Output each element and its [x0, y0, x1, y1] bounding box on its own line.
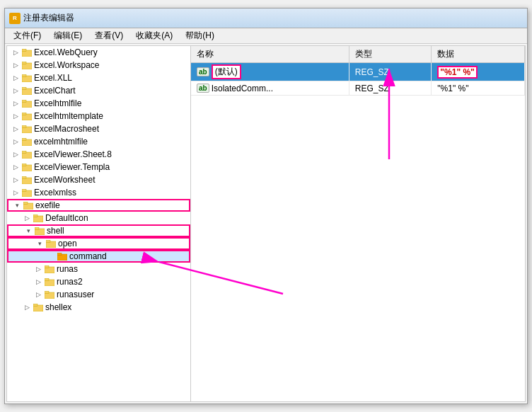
- menu-favorites[interactable]: 收藏夹(A): [130, 28, 178, 43]
- tree-item-shell[interactable]: ▾ shell: [7, 224, 190, 237]
- expand-icon[interactable]: ▷: [10, 110, 21, 122]
- column-header-type: 类型: [349, 46, 432, 63]
- registry-values-table: 名称 类型 数据 ab (默认) REG_SZ: [191, 46, 525, 96]
- folder-icon: [23, 200, 34, 210]
- tree-item-chart[interactable]: ▷ ExcelChart: [7, 84, 190, 97]
- reg-ab-badge: ab: [197, 84, 209, 93]
- tree-item-viewertempla[interactable]: ▷ ExcelViewer.Templa: [7, 161, 190, 173]
- window-title: 注册表编辑器: [23, 12, 74, 24]
- tree-item-htmltemplate[interactable]: ▷ Excelhtmltemplate: [7, 110, 190, 122]
- reg-name-cell: ab (默认): [191, 63, 349, 81]
- reg-type-cell: REG_SZ: [349, 63, 432, 81]
- column-header-data: 数据: [432, 46, 525, 63]
- tree-label: shellex: [45, 302, 71, 312]
- tree-label: Excel.Workspace: [34, 60, 99, 70]
- tree-item-xll[interactable]: ▷ Excel.XLL: [7, 71, 190, 84]
- folder-icon: [45, 239, 57, 248]
- reg-ab-badge: ab: [197, 67, 209, 76]
- tree-label: Excelxmlss: [34, 188, 76, 198]
- tree-item-command[interactable]: ▷ command: [7, 250, 190, 263]
- tree-label: Excelhtmltemplate: [34, 111, 103, 121]
- tree-item-xmlss[interactable]: ▷ Excelxmlss: [7, 186, 190, 199]
- expand-icon[interactable]: ▷: [10, 187, 21, 198]
- folder-icon: [21, 111, 33, 121]
- svg-rect-31: [46, 241, 50, 243]
- column-header-name: 名称: [191, 46, 349, 63]
- svg-rect-41: [33, 304, 37, 307]
- expand-icon[interactable]: ▷: [10, 72, 21, 84]
- expand-icon[interactable]: ▷: [33, 263, 44, 275]
- tree-item-viewersheet8[interactable]: ▷ ExcelViewer.Sheet.8: [7, 148, 190, 161]
- svg-rect-23: [22, 190, 26, 192]
- window-icon: R: [9, 13, 21, 24]
- expand-icon[interactable]: ▷: [10, 85, 21, 96]
- reg-data-cell: "%1" %": [432, 81, 525, 96]
- tree-label: open: [58, 239, 77, 248]
- expand-icon[interactable]: ▾: [23, 225, 34, 236]
- svg-rect-27: [33, 215, 37, 217]
- folder-icon: [57, 251, 68, 261]
- tree-label: ExcelViewer.Sheet.8: [34, 149, 112, 159]
- svg-rect-37: [45, 279, 49, 281]
- tree-item-runas[interactable]: ▷ runas: [7, 263, 190, 275]
- tree-item-worksheet[interactable]: ▷ ExcelWorksheet: [7, 173, 190, 186]
- svg-rect-39: [45, 292, 49, 294]
- tree-label: Excel.WebQuery: [34, 47, 98, 57]
- table-row[interactable]: ab (默认) REG_SZ "%1" %": [191, 63, 525, 81]
- expand-icon[interactable]: ▷: [21, 302, 33, 313]
- svg-rect-19: [22, 164, 26, 166]
- expand-icon[interactable]: ▷: [10, 59, 21, 71]
- folder-icon: [21, 137, 33, 147]
- svg-rect-1: [22, 50, 26, 52]
- menu-bar: 文件(F) 编辑(E) 查看(V) 收藏夹(A) 帮助(H): [5, 28, 527, 44]
- expand-icon[interactable]: ▷: [33, 276, 44, 287]
- svg-rect-21: [22, 177, 26, 179]
- tree-item-mhtfile[interactable]: ▷ excelmhtmlfile: [7, 135, 190, 148]
- menu-file[interactable]: 文件(F): [8, 28, 47, 43]
- folder-icon: [21, 124, 33, 134]
- tree-item-shellex[interactable]: ▷ shellex: [7, 301, 190, 314]
- expand-icon[interactable]: ▷: [10, 47, 21, 58]
- tree-item-exefile[interactable]: ▾ exefile: [7, 199, 190, 212]
- expand-icon[interactable]: ▷: [10, 136, 21, 147]
- expand-icon[interactable]: ▾: [34, 238, 45, 249]
- tree-label: ExcelWorksheet: [34, 175, 95, 185]
- folder-icon: [21, 175, 33, 185]
- menu-help[interactable]: 帮助(H): [180, 28, 220, 43]
- svg-rect-17: [22, 151, 26, 154]
- tree-item-runasuser[interactable]: ▷ runasuser: [7, 288, 190, 301]
- tree-item-webquery[interactable]: ▷ Excel.WebQuery: [7, 46, 190, 59]
- tree-item-macrosheet[interactable]: ▷ ExcelMacrosheet: [7, 122, 190, 135]
- expand-icon[interactable]: ▷: [10, 98, 21, 109]
- menu-view[interactable]: 查看(V): [89, 28, 129, 43]
- svg-rect-15: [22, 139, 26, 141]
- svg-rect-35: [45, 266, 49, 268]
- folder-icon: [21, 73, 33, 83]
- expand-icon[interactable]: ▷: [10, 149, 21, 160]
- svg-rect-29: [35, 228, 39, 230]
- reg-name-cell: ab IsolatedComm...: [191, 81, 349, 96]
- table-row[interactable]: ab IsolatedComm... REG_SZ "%1" %": [191, 81, 525, 96]
- folder-icon: [21, 162, 33, 172]
- tree-item-defaulticon[interactable]: ▷ DefaultIcon: [7, 212, 190, 224]
- registry-tree[interactable]: ▷ Excel.WebQuery ▷ Excel.Workspace ▷: [7, 46, 191, 401]
- expand-icon[interactable]: ▷: [10, 174, 21, 185]
- tree-item-runas2[interactable]: ▷ runas2: [7, 275, 190, 288]
- expand-icon[interactable]: ▷: [10, 123, 21, 135]
- tree-label: ExcelViewer.Templa: [34, 162, 110, 172]
- default-value-label: (默认): [212, 64, 241, 79]
- tree-item-workspace[interactable]: ▷ Excel.Workspace: [7, 59, 190, 71]
- menu-edit[interactable]: 编辑(E): [48, 28, 88, 43]
- tree-label: command: [69, 251, 107, 261]
- tree-label: shell: [47, 226, 64, 236]
- expand-icon[interactable]: ▷: [10, 161, 21, 173]
- expand-icon[interactable]: ▾: [11, 200, 23, 211]
- expand-icon[interactable]: ▷: [21, 212, 33, 224]
- tree-label: Excel.XLL: [34, 73, 72, 83]
- expand-icon[interactable]: ▷: [33, 289, 44, 300]
- tree-item-open[interactable]: ▾ open: [7, 237, 190, 250]
- tree-label: runasuser: [57, 290, 94, 299]
- tree-item-htmlfile[interactable]: ▷ Excelhtmlfile: [7, 97, 190, 110]
- svg-rect-13: [22, 126, 26, 128]
- reg-data-cell: "%1" %": [432, 63, 525, 81]
